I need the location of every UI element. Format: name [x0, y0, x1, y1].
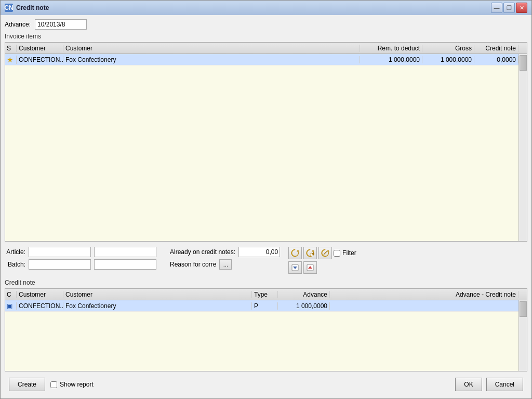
- credit-note-body[interactable]: ▣ CONFECTION... Fox Confectionery P: [5, 300, 518, 371]
- titlebar-buttons: — ❐ ✕: [491, 3, 527, 13]
- credit-note-section: Credit note C Customer Customer Type: [5, 279, 527, 371]
- invoice-items-label: Invoice items: [5, 33, 527, 40]
- row-status-icon: ★: [5, 56, 17, 64]
- article-label: Article:: [5, 248, 25, 256]
- filter-checkbox[interactable]: [334, 250, 340, 257]
- main-window: CN Credit note — ❐ ✕ Advance: Invoice it…: [0, 0, 532, 399]
- cn-row-customer-name: Fox Confectionery: [63, 302, 252, 310]
- doc-icon: ▣: [7, 302, 12, 310]
- row-gross: 1 000,0000: [422, 56, 474, 63]
- batch-input-1[interactable]: [29, 259, 91, 270]
- down-arrow-button[interactable]: [288, 261, 302, 274]
- scrollbar-thumb[interactable]: [520, 55, 527, 71]
- table-row[interactable]: ▣ CONFECTION... Fox Confectionery P: [5, 300, 518, 312]
- top-icon-row: ✦ Filter: [288, 247, 356, 259]
- settings-icon-button[interactable]: [318, 247, 332, 259]
- show-report-checkbox[interactable]: [50, 381, 57, 388]
- star-icon: ★: [7, 56, 14, 64]
- batch-label: Batch:: [5, 261, 25, 268]
- ok-button[interactable]: OK: [455, 378, 482, 391]
- cn-row-advance: 1 000,0000: [278, 302, 330, 310]
- already-label: Already on credit notes:: [170, 248, 235, 256]
- filter-checkbox-row: Filter: [334, 247, 356, 259]
- col-header-rem: Rem. to deduct: [360, 45, 422, 52]
- filter-icon-button[interactable]: ✦: [303, 247, 317, 259]
- cn-row-status-icon: ▣: [5, 302, 17, 310]
- filter-label: Filter: [342, 249, 356, 257]
- form-fields: Article: Already on credit notes: Batch:…: [5, 247, 280, 270]
- svg-text:✦: ✦: [311, 250, 314, 257]
- col-header-customer-code: Customer: [17, 45, 63, 52]
- col-header-cn-customer-name: Customer: [63, 291, 252, 298]
- credit-note-body-wrap: ▣ CONFECTION... Fox Confectionery P: [5, 300, 527, 371]
- cn-scrollbar[interactable]: [518, 300, 527, 371]
- bottom-left: Create Show report: [9, 378, 94, 391]
- bottom-icon-row: [288, 261, 356, 274]
- cn-row-customer-code: CONFECTION...: [17, 302, 63, 310]
- col-header-s: S: [5, 45, 17, 52]
- article-row: Article: Already on credit notes:: [5, 247, 280, 257]
- titlebar: CN Credit note — ❐ ✕: [1, 1, 531, 15]
- cn-scrollbar-thumb[interactable]: [520, 301, 527, 317]
- invoice-items-body[interactable]: ★ CONFECTION... Fox Confectionery 1 000,…: [5, 54, 518, 241]
- minimize-button[interactable]: —: [491, 3, 502, 13]
- row-customer-name: Fox Confectionery: [63, 56, 360, 63]
- table-row[interactable]: ★ CONFECTION... Fox Confectionery 1 000,…: [5, 54, 518, 65]
- main-content: Advance: Invoice items S Customer Custom…: [1, 15, 531, 398]
- controls-area: Article: Already on credit notes: Batch:…: [5, 245, 527, 276]
- show-report-label: Show report: [60, 381, 94, 388]
- refresh-icon-button[interactable]: [288, 247, 302, 259]
- row-creditnote: 0,0000: [474, 56, 518, 63]
- up-arrow-button[interactable]: [303, 261, 317, 274]
- row-rem: 1 000,0000: [360, 56, 422, 63]
- credit-note-grid: C Customer Customer Type Advance: [5, 288, 527, 371]
- invoice-scrollbar[interactable]: [518, 54, 527, 241]
- article-input-2[interactable]: [94, 247, 156, 257]
- advance-row: Advance:: [5, 19, 527, 30]
- invoice-items-section: Invoice items S Customer Customer Rem. t…: [5, 33, 527, 242]
- col-header-advance: Advance: [278, 291, 330, 298]
- already-value-input[interactable]: [238, 247, 280, 257]
- col-header-creditnote: Credit note: [474, 45, 518, 52]
- reason-dots-button[interactable]: ...: [219, 259, 232, 270]
- window-title: Credit note: [16, 4, 488, 11]
- col-header-gross: Gross: [422, 45, 474, 52]
- col-header-customer-name: Customer: [63, 45, 360, 52]
- cancel-button[interactable]: Cancel: [486, 378, 523, 391]
- row-customer-code: CONFECTION...: [17, 56, 63, 63]
- batch-input-2[interactable]: [94, 259, 156, 270]
- window-icon: CN: [5, 4, 13, 12]
- bottom-bar: Create Show report OK Cancel: [5, 375, 527, 394]
- bottom-right: OK Cancel: [455, 378, 523, 391]
- credit-note-header: C Customer Customer Type Advance: [5, 289, 527, 300]
- col-header-type: Type: [252, 291, 278, 298]
- advance-input[interactable]: [35, 19, 87, 30]
- col-header-advance-credit: Advance - Credit note: [330, 291, 518, 298]
- article-input-1[interactable]: [29, 247, 91, 257]
- reason-label: Reason for corre: [170, 261, 216, 268]
- close-button[interactable]: ✕: [516, 3, 527, 13]
- batch-row: Batch: Reason for corre ...: [5, 259, 280, 270]
- cn-row-type: P: [252, 302, 278, 310]
- advance-label: Advance:: [5, 21, 31, 28]
- icon-buttons: ✦ Filter: [288, 247, 356, 274]
- credit-note-label: Credit note: [5, 279, 527, 286]
- invoice-items-header: S Customer Customer Rem. to deduct Gross: [5, 43, 527, 54]
- create-button[interactable]: Create: [9, 378, 45, 391]
- show-report-row: Show report: [50, 381, 94, 388]
- col-header-cn-customer-code: Customer: [17, 291, 63, 298]
- col-header-c: C: [5, 291, 17, 298]
- invoice-items-grid: S Customer Customer Rem. to deduct Gross: [5, 42, 527, 242]
- restore-button[interactable]: ❐: [503, 3, 515, 13]
- invoice-items-body-wrap: ★ CONFECTION... Fox Confectionery 1 000,…: [5, 54, 527, 241]
